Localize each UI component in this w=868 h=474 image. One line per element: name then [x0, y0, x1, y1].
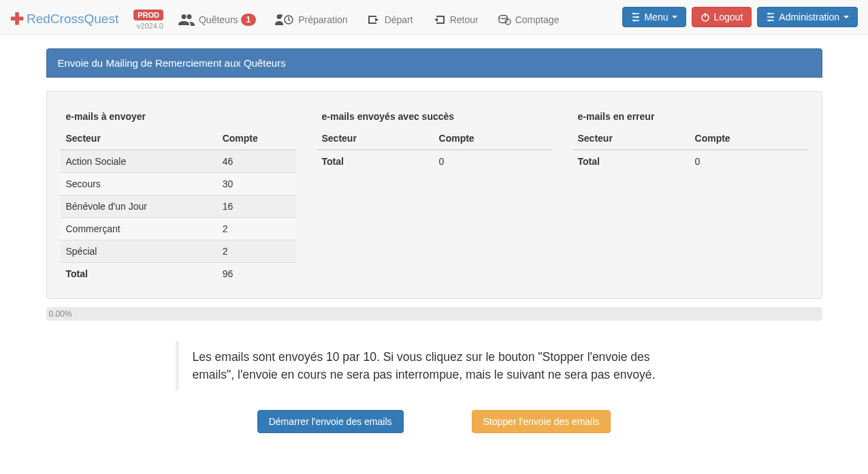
svg-point-8 — [768, 13, 770, 15]
navbar-left: ✚ RedCrossQuest PROD v2024.0 Quêteurs 1 — [10, 0, 568, 30]
info-block: Les emails sont envoyés 10 par 10. Si vo… — [176, 341, 693, 433]
th-compte: Compte — [217, 127, 296, 150]
th-secteur: Secteur — [61, 127, 217, 150]
nav-preparation[interactable]: Préparation — [266, 4, 357, 26]
col-sent: e-mails envoyés avec succès Secteur Comp… — [317, 106, 552, 285]
menu-button[interactable]: Menu — [622, 7, 686, 27]
svg-point-9 — [771, 16, 773, 18]
nav-retour-label: Retour — [450, 14, 479, 25]
svg-point-3 — [505, 19, 511, 25]
col-errors: e-mails en erreur Secteur Compte Total0 — [573, 106, 808, 285]
caret-icon — [672, 16, 677, 18]
progress-bar: 0.00% — [46, 307, 822, 321]
total-row: Total0 — [573, 150, 808, 172]
nav-depart[interactable]: Départ — [357, 5, 423, 25]
nav-depart-label: Départ — [385, 14, 413, 25]
sent-table: Secteur Compte Total0 — [317, 127, 552, 172]
main-container: Envoie du Mailing de Remerciement aux Qu… — [46, 35, 822, 447]
nav-comptage-label: Comptage — [515, 14, 560, 25]
svg-point-5 — [637, 16, 639, 18]
th-secteur: Secteur — [317, 127, 434, 150]
errors-table: Secteur Compte Total0 — [573, 127, 808, 172]
nav-preparation-label: Préparation — [298, 14, 347, 25]
nav-queteurs-label: Quêteurs — [199, 14, 238, 25]
sliders-icon — [766, 12, 775, 22]
svg-point-0 — [280, 14, 283, 17]
svg-point-6 — [634, 20, 636, 22]
env-version: PROD v2024.0 — [127, 0, 163, 30]
menu-label: Menu — [644, 12, 668, 22]
table-row: Commerçant2 — [61, 218, 296, 240]
action-buttons: Démarrer l'envoie des emails Stopper l'e… — [176, 410, 693, 433]
nav-retour[interactable]: Retour — [423, 5, 488, 25]
depart-icon — [367, 14, 381, 25]
top-navbar: ✚ RedCrossQuest PROD v2024.0 Quêteurs 1 — [0, 0, 868, 35]
logout-label: Logout — [713, 12, 743, 22]
cross-icon: ✚ — [10, 11, 24, 27]
preparation-icon — [275, 14, 294, 26]
admin-label: Administration — [779, 12, 839, 22]
table-row: Secours30 — [61, 173, 296, 195]
th-compte: Compte — [434, 127, 552, 150]
nav-queteurs[interactable]: Quêteurs 1 — [169, 4, 266, 26]
info-quote: Les emails sont envoyés 10 par 10. Si vo… — [176, 341, 693, 391]
table-row: Action Sociale46 — [61, 150, 296, 173]
th-secteur: Secteur — [573, 127, 690, 150]
to-send-title: e-mails à envoyer — [61, 106, 296, 127]
version-label: v2024.0 — [137, 22, 163, 30]
queteurs-badge: 1 — [241, 14, 257, 26]
admin-button[interactable]: Administration — [757, 7, 858, 27]
th-compte: Compte — [690, 127, 808, 150]
comptage-icon — [498, 14, 511, 25]
table-row: Bénévole d'un Jour16 — [61, 195, 296, 218]
caret-icon — [843, 16, 849, 18]
to-send-table: Secteur Compte Action Sociale46 Secours3… — [61, 127, 296, 285]
total-row: Total96 — [61, 263, 296, 285]
people-icon — [178, 14, 195, 26]
retour-icon — [432, 14, 446, 25]
svg-point-10 — [769, 20, 771, 22]
nav-comptage[interactable]: Comptage — [488, 5, 569, 25]
errors-title: e-mails en erreur — [573, 106, 808, 127]
brand-name: RedCrossQuest — [27, 12, 118, 27]
power-icon — [701, 12, 710, 22]
navbar-right: Menu Logout Administration — [622, 0, 858, 34]
sliders-icon — [631, 12, 641, 22]
sent-title: e-mails envoyés avec succès — [317, 106, 552, 127]
env-badge: PROD — [133, 10, 163, 20]
total-row: Total0 — [317, 150, 552, 172]
page-heading: Envoie du Mailing de Remerciement aux Qu… — [46, 48, 822, 78]
stop-sending-button[interactable]: Stopper l'envoie des emails — [472, 410, 611, 433]
progress-label: 0.00% — [49, 309, 72, 319]
logout-button[interactable]: Logout — [692, 7, 752, 27]
col-to-send: e-mails à envoyer Secteur Compte Action … — [61, 106, 296, 285]
svg-point-2 — [499, 16, 507, 19]
start-sending-button[interactable]: Démarrer l'envoie des emails — [257, 410, 404, 433]
stats-panel: e-mails à envoyer Secteur Compte Action … — [46, 91, 822, 299]
svg-point-4 — [633, 13, 635, 15]
brand-link[interactable]: ✚ RedCrossQuest — [10, 3, 125, 27]
table-row: Spécial2 — [61, 240, 296, 263]
